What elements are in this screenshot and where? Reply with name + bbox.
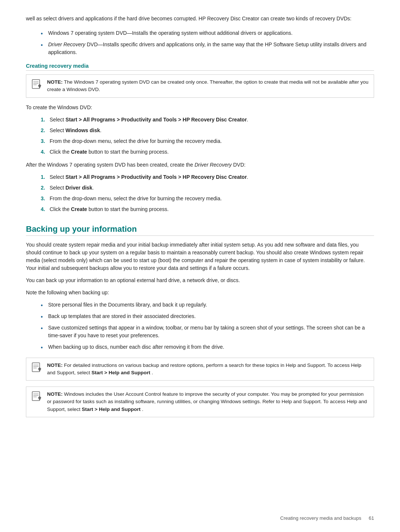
- note3-bold: Start > Help and Support: [82, 406, 141, 412]
- note-box-1: NOTE: The Windows 7 operating system DVD…: [26, 74, 374, 98]
- note-icon-3: [31, 391, 43, 401]
- driver-step-num-1: 1.: [41, 173, 45, 181]
- create-windows-intro: To create the Windows DVD:: [26, 104, 374, 111]
- note-icon-1: [31, 79, 43, 89]
- windows-step-1: 1. Select Start > All Programs > Product…: [41, 116, 374, 124]
- driver-step-4: 4. Click the Create button to start the …: [41, 205, 374, 213]
- driver-step-2: 2. Select Driver disk.: [41, 184, 374, 192]
- windows-step-4: 4. Click the Create button to start the …: [41, 148, 374, 156]
- step4-create-bold: Create: [71, 149, 87, 155]
- note1-text: NOTE: The Windows 7 operating system DVD…: [47, 78, 369, 94]
- driver-recovery-intro-italic: Driver Recovery: [194, 162, 231, 168]
- svg-rect-0: [32, 80, 40, 88]
- driver-step-num-4: 4.: [41, 205, 45, 213]
- intro-bullet-list: Windows 7 operating system DVD—Installs …: [41, 29, 374, 56]
- step-num-1: 1.: [41, 116, 45, 124]
- footer-text: Creating recovery media and backups: [280, 515, 361, 521]
- driver-intro: After the Windows 7 operating system DVD…: [26, 161, 374, 169]
- note2-bold: Start > Help and Support: [91, 370, 150, 375]
- section1-heading: Creating recovery media: [26, 63, 374, 71]
- backup-para3: Note the following when backing up:: [26, 289, 374, 297]
- note-icon-2: [31, 362, 43, 372]
- note2-text: NOTE: For detailed instructions on vario…: [47, 362, 369, 377]
- driver-recovery-italic: Driver Recovery: [48, 41, 85, 47]
- footer-page: 61: [369, 515, 374, 521]
- backup-bullet-4: When backing up to discs, number each di…: [41, 343, 374, 351]
- step1-bold: Start > All Programs > Productivity and …: [66, 117, 247, 123]
- backup-bullet-2: Back up templates that are stored in the…: [41, 312, 374, 320]
- windows-step-3: 3. From the drop-down menu, select the d…: [41, 137, 374, 145]
- note1-label: NOTE:: [47, 79, 63, 85]
- backup-bullet-3: Save customized settings that appear in …: [41, 324, 374, 339]
- driver-step-3: 3. From the drop-down menu, select the d…: [41, 195, 374, 203]
- backup-para2: You can back up your information to an o…: [26, 277, 374, 284]
- step-num-4: 4.: [41, 148, 45, 156]
- step-num-2: 2.: [41, 127, 45, 134]
- note2-label: NOTE:: [47, 362, 63, 368]
- driver-step-1: 1. Select Start > All Programs > Product…: [41, 173, 374, 181]
- driver-step2-bold: Driver disk: [66, 185, 92, 191]
- note1-content: The Windows 7 operating system DVD can b…: [47, 79, 369, 92]
- backup-bullet-list: Store personal files in the Documents li…: [41, 301, 374, 351]
- svg-rect-4: [32, 363, 40, 372]
- step-num-3: 3.: [41, 137, 45, 145]
- note3-text: NOTE: Windows includes the User Account …: [47, 391, 369, 413]
- backup-bullet-1: Store personal files in the Documents li…: [41, 301, 374, 309]
- svg-rect-8: [32, 392, 40, 401]
- bullet-item-2: Driver Recovery DVD—Installs specific dr…: [41, 41, 374, 56]
- driver-steps-list: 1. Select Start > All Programs > Product…: [41, 173, 374, 213]
- note-box-2: NOTE: For detailed instructions on vario…: [26, 358, 374, 381]
- page-footer: Creating recovery media and backups 61: [280, 515, 374, 521]
- backup-para1: You should create system repair media an…: [26, 241, 374, 272]
- driver-step4-create-bold: Create: [71, 206, 87, 212]
- windows-steps-list: 1. Select Start > All Programs > Product…: [41, 116, 374, 156]
- intro-paragraph: well as select drivers and applications …: [26, 15, 374, 23]
- note-box-3: NOTE: Windows includes the User Account …: [26, 387, 374, 417]
- note3-label: NOTE:: [47, 391, 63, 397]
- bullet-item-1: Windows 7 operating system DVD—Installs …: [41, 29, 374, 37]
- windows-step-2: 2. Select Windows disk.: [41, 127, 374, 134]
- driver-step-num-3: 3.: [41, 195, 45, 203]
- section2-heading: Backing up your information: [26, 224, 374, 236]
- driver-step-num-2: 2.: [41, 184, 45, 192]
- driver-step1-bold: Start > All Programs > Productivity and …: [66, 174, 247, 180]
- step2-bold: Windows disk: [66, 127, 100, 133]
